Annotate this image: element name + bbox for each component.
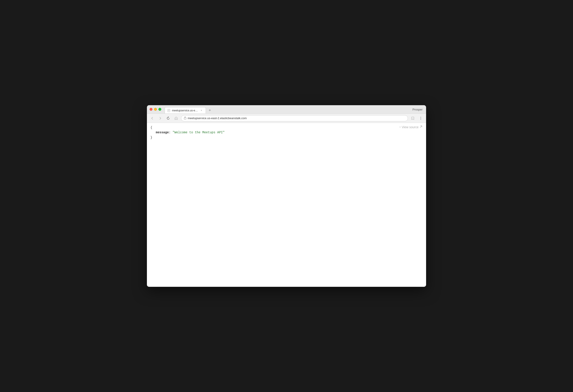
traffic-lights bbox=[150, 108, 161, 111]
view-source-arrow-icon bbox=[419, 125, 423, 129]
minimize-button[interactable] bbox=[154, 108, 157, 111]
json-field: message: "Welcome to the Meetups API" bbox=[150, 130, 423, 135]
menu-button[interactable] bbox=[418, 115, 424, 121]
active-tab[interactable]: meetupservice.us-east-2.elast × bbox=[165, 107, 206, 113]
reload-button[interactable] bbox=[165, 115, 171, 121]
bookmark-button[interactable] bbox=[410, 115, 416, 121]
browser-window: meetupservice.us-east-2.elast × + Prospe… bbox=[147, 105, 426, 287]
tab-close-button[interactable]: × bbox=[200, 109, 203, 112]
tab-favicon-icon bbox=[167, 109, 171, 112]
content-area: + View source { message: "Welcome to the… bbox=[147, 123, 426, 287]
json-close-bracket: } bbox=[150, 135, 423, 140]
maximize-button[interactable] bbox=[159, 108, 161, 111]
json-content: { message: "Welcome to the Meetups API" … bbox=[150, 125, 423, 140]
address-text: meetupservice.us-east-2.elasticbeanstalk… bbox=[188, 117, 405, 120]
json-open-bracket: { bbox=[150, 125, 423, 130]
title-bar: meetupservice.us-east-2.elast × + Prospe… bbox=[147, 105, 426, 114]
svg-point-7 bbox=[421, 119, 421, 119]
home-button[interactable] bbox=[173, 115, 179, 121]
svg-rect-4 bbox=[184, 118, 186, 119]
plus-icon: + bbox=[399, 126, 401, 129]
back-button[interactable] bbox=[149, 115, 155, 121]
new-tab-button[interactable]: + bbox=[207, 107, 213, 113]
address-bar[interactable]: meetupservice.us-east-2.elasticbeanstalk… bbox=[181, 115, 408, 121]
profile-name: Prosper bbox=[412, 108, 423, 111]
close-button[interactable] bbox=[150, 108, 152, 111]
svg-point-5 bbox=[421, 117, 421, 117]
nav-bar: meetupservice.us-east-2.elasticbeanstalk… bbox=[147, 114, 426, 123]
tab-bar: meetupservice.us-east-2.elast × + bbox=[165, 105, 213, 113]
view-source-label: View source bbox=[402, 125, 419, 129]
view-source-button[interactable]: + View source bbox=[399, 125, 423, 129]
lock-icon bbox=[184, 117, 186, 120]
tab-title: meetupservice.us-east-2.elast bbox=[172, 109, 198, 112]
svg-point-6 bbox=[421, 118, 421, 118]
forward-button[interactable] bbox=[157, 115, 163, 121]
